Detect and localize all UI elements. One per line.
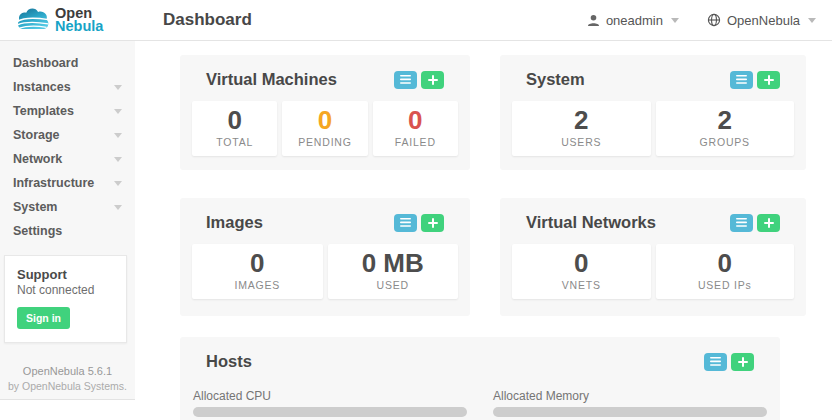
vnets-count-stat[interactable]: 0 VNETS xyxy=(512,244,651,299)
stat-label: VNETS xyxy=(512,279,651,291)
sidebar-item-storage[interactable]: Storage xyxy=(0,123,135,147)
card-title: Hosts xyxy=(206,352,252,371)
chevron-down-icon xyxy=(114,133,122,138)
system-create-button[interactable] xyxy=(757,71,780,89)
list-icon xyxy=(736,75,747,84)
hosts-list-button[interactable] xyxy=(704,353,727,371)
sidebar-item-label: System xyxy=(13,200,57,214)
sidebar-item-dashboard[interactable]: Dashboard xyxy=(0,51,135,75)
system-list-button[interactable] xyxy=(730,71,753,89)
stat-value: 0 xyxy=(512,249,651,278)
groups-stat[interactable]: 2 GROUPS xyxy=(656,101,795,156)
cloud-logo-icon xyxy=(16,6,50,35)
stat-label: TOTAL xyxy=(192,136,277,148)
chevron-down-icon xyxy=(808,18,816,23)
chevron-down-icon xyxy=(114,181,122,186)
vnets-list-button[interactable] xyxy=(730,214,753,232)
sidebar-item-label: Instances xyxy=(13,80,71,94)
sidebar-item-instances[interactable]: Instances xyxy=(0,75,135,99)
used-ips-stat[interactable]: 0 USED IPs xyxy=(656,244,795,299)
stat-label: FAILED xyxy=(373,136,458,148)
sidebar-item-templates[interactable]: Templates xyxy=(0,99,135,123)
cpu-progress-bar xyxy=(193,407,467,417)
user-menu[interactable]: oneadmin xyxy=(587,13,679,28)
card-title: Virtual Machines xyxy=(206,70,337,89)
support-status: Not connected xyxy=(17,283,114,297)
page-title: Dashboard xyxy=(163,0,252,40)
sidebar-footer: OpenNebula 5.6.1 by OpenNebula Systems. xyxy=(0,365,135,392)
sidebar-item-label: Dashboard xyxy=(13,56,78,70)
allocated-cpu-meter: Allocated CPU 0 / 0 xyxy=(193,389,467,420)
zone-menu[interactable]: OpenNebula xyxy=(707,13,816,28)
card-title: Images xyxy=(206,213,263,232)
sidebar-item-label: Storage xyxy=(13,128,60,142)
images-create-button[interactable] xyxy=(421,214,444,232)
allocated-memory-meter: Allocated Memory 0KB / 0KB xyxy=(493,389,767,420)
list-icon xyxy=(400,75,411,84)
sidebar-item-system[interactable]: System xyxy=(0,195,135,219)
list-icon xyxy=(710,357,721,366)
vm-create-button[interactable] xyxy=(421,71,444,89)
stat-value: 0 MB xyxy=(328,249,459,278)
stat-label: USED IPs xyxy=(656,279,795,291)
user-icon xyxy=(587,14,600,27)
images-used-stat[interactable]: 0 MB USED xyxy=(328,244,459,299)
images-card: Images 0 IMAGES 0 MB USED xyxy=(180,198,470,316)
sidebar-item-settings[interactable]: Settings xyxy=(0,219,135,243)
support-title: Support xyxy=(17,267,114,282)
sidebar-item-label: Templates xyxy=(13,104,74,118)
sidebar-item-label: Network xyxy=(13,152,62,166)
top-bar: Open Nebula Dashboard oneadmin xyxy=(0,0,832,41)
vm-pending-stat[interactable]: 0 PENDING xyxy=(282,101,367,156)
stat-value: 2 xyxy=(512,106,651,135)
list-icon xyxy=(736,218,747,227)
images-count-stat[interactable]: 0 IMAGES xyxy=(192,244,323,299)
chevron-down-icon xyxy=(671,18,679,23)
plus-icon xyxy=(764,75,774,85)
system-card: System 2 USERS 2 GROUPS xyxy=(500,55,806,170)
chevron-down-icon xyxy=(114,109,122,114)
plus-icon xyxy=(428,75,438,85)
sign-in-button[interactable]: Sign in xyxy=(17,307,70,329)
memory-progress-bar xyxy=(493,407,767,417)
support-card: Support Not connected Sign in xyxy=(4,255,127,343)
stat-label: IMAGES xyxy=(192,279,323,291)
list-icon xyxy=(400,218,411,227)
hosts-card: Hosts Allocated CPU 0 / 0 Allocated Memo… xyxy=(180,337,780,420)
brand-name: Open Nebula xyxy=(55,7,103,33)
stat-value: 0 xyxy=(282,106,367,135)
user-menu-label: oneadmin xyxy=(606,13,663,28)
meter-label: Allocated Memory xyxy=(493,389,767,403)
chevron-down-icon xyxy=(114,205,122,210)
card-title: Virtual Networks xyxy=(526,213,656,232)
stat-label: USED xyxy=(328,279,459,291)
card-title: System xyxy=(526,70,585,89)
stat-value: 2 xyxy=(656,106,795,135)
stat-value: 0 xyxy=(192,249,323,278)
hosts-create-button[interactable] xyxy=(731,353,754,371)
vm-list-button[interactable] xyxy=(394,71,417,89)
stat-value: 0 xyxy=(373,106,458,135)
zone-menu-label: OpenNebula xyxy=(727,13,800,28)
vm-failed-stat[interactable]: 0 FAILED xyxy=(373,101,458,156)
vnets-create-button[interactable] xyxy=(757,214,780,232)
sidebar-item-label: Infrastructure xyxy=(13,176,94,190)
chevron-down-icon xyxy=(114,85,122,90)
stat-value: 0 xyxy=(656,249,795,278)
plus-icon xyxy=(764,218,774,228)
meter-label: Allocated CPU xyxy=(193,389,467,403)
stat-label: GROUPS xyxy=(656,136,795,148)
stat-label: USERS xyxy=(512,136,651,148)
stat-label: PENDING xyxy=(282,136,367,148)
chevron-down-icon xyxy=(114,157,122,162)
sidebar-item-network[interactable]: Network xyxy=(0,147,135,171)
sidebar-item-label: Settings xyxy=(13,224,62,238)
plus-icon xyxy=(428,218,438,228)
globe-icon xyxy=(707,13,721,27)
stat-value: 0 xyxy=(192,106,277,135)
opennebula-logo[interactable]: Open Nebula xyxy=(0,0,135,40)
vm-total-stat[interactable]: 0 TOTAL xyxy=(192,101,277,156)
users-stat[interactable]: 2 USERS xyxy=(512,101,651,156)
images-list-button[interactable] xyxy=(394,214,417,232)
sidebar-item-infrastructure[interactable]: Infrastructure xyxy=(0,171,135,195)
